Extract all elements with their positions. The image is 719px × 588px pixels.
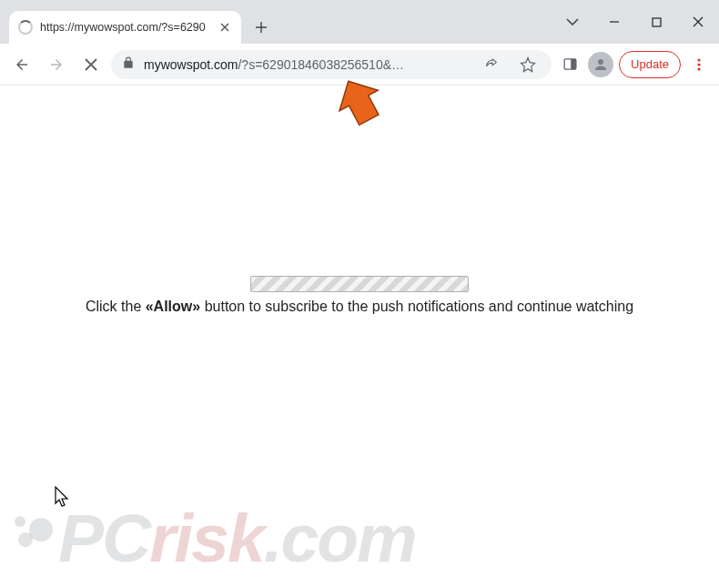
stop-reload-button[interactable] [76,50,106,79]
instruction-text: Click the «Allow» button to subscribe to… [0,299,719,315]
fake-progress-bar [250,276,469,292]
back-button[interactable] [7,50,36,79]
text-prefix: Click the [86,299,146,314]
bookmark-button[interactable] [515,52,541,77]
tab-search-button[interactable] [552,4,593,40]
annotation-arrow-icon [333,76,388,131]
svg-point-3 [598,59,603,65]
share-button[interactable] [481,52,506,77]
address-bar[interactable]: mywowspot.com/?s=62901846038256510&… [111,50,552,79]
menu-button[interactable] [686,52,712,77]
svg-point-4 [697,58,700,61]
watermark-risk: risk [149,500,263,576]
url-text: mywowspot.com/?s=62901846038256510&… [144,57,471,72]
text-allow: «Allow» [146,299,200,314]
browser-tab[interactable]: https://mywowspot.com/?s=6290 [9,11,241,44]
watermark: PCrisk.com [13,499,416,577]
forward-button[interactable] [42,50,71,79]
tab-title: https://mywowspot.com/?s=6290 [40,21,212,34]
url-path: /?s=62901846038256510&… [238,57,404,72]
url-domain: mywowspot.com [144,57,238,72]
window-titlebar: https://mywowspot.com/?s=6290 [0,0,719,44]
omnibox-actions [481,52,541,77]
close-window-button[interactable] [677,4,719,40]
svg-rect-2 [571,59,576,69]
new-tab-button[interactable] [248,15,274,40]
text-suffix: button to subscribe to the push notifica… [200,299,633,314]
svg-rect-0 [653,18,661,26]
watermark-tld: .com [264,500,416,576]
svg-point-6 [697,67,700,70]
watermark-pc: PC [58,500,149,576]
watermark-dots-icon [13,505,62,554]
side-panel-button[interactable] [557,52,582,77]
minimize-button[interactable] [593,4,635,40]
loading-spinner-icon [18,20,33,35]
update-button[interactable]: Update [619,51,681,78]
window-controls [552,0,719,44]
close-tab-button[interactable] [218,20,232,35]
svg-point-5 [697,63,700,66]
profile-button[interactable] [588,52,613,77]
maximize-button[interactable] [635,4,677,40]
lock-icon [122,56,135,73]
page-content: Click the «Allow» button to subscribe to… [0,86,719,588]
